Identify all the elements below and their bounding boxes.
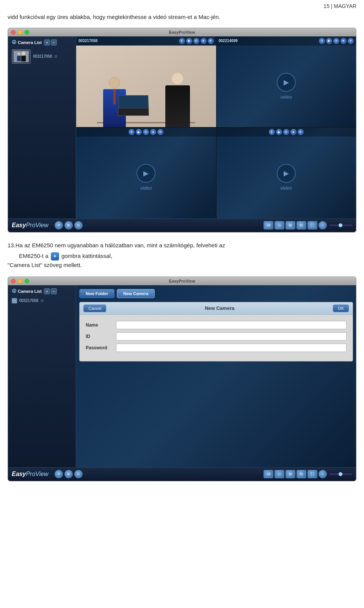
remove-camera-btn[interactable]: − [51,39,57,46]
ctrl-btn-play-1[interactable]: ▶ [326,38,332,44]
view-nine-btn-2[interactable]: ⊟ [297,470,306,478]
slider-track [329,225,352,226]
minimize-btn[interactable] [18,30,22,35]
play-circle-2: ▶ [136,164,155,183]
sidebar-1: ⦿ Camera List + − [8,36,76,218]
video-cell-2: ℹ ▶ ⊙ ● ✕ ▶ video [76,127,216,218]
ctrl-btn-f3-2[interactable]: ▶ [276,129,282,135]
window-title-2: EasyProView [169,279,195,283]
video-cell-3: ℹ ▶ ⊙ ● ✕ ▶ video [217,127,356,218]
view-all-btn[interactable]: All [264,221,273,229]
cell-footer-2: ℹ ▶ ⊙ ● ✕ [76,127,216,137]
language: MAGYAR [334,3,356,9]
camera-item-2[interactable]: − 003217058 ⊙ [9,297,74,305]
footer-search-btn-2[interactable]: ⊙ [74,470,83,478]
view-full-btn[interactable]: ⛶ [308,221,317,229]
field-name-label: Name [86,322,116,328]
footer-refresh-btn[interactable]: ↺ [55,221,63,229]
camera-id-label-2: 003217058 [19,299,38,303]
minimize-btn-2[interactable] [18,279,22,283]
paragraph-2: 13.Ha az EM6250 nem ugyanabban a hálózat… [0,236,364,273]
maximize-btn[interactable] [25,30,29,35]
cell-content-1: ▶ video [217,46,356,127]
ctrl-btn-rec[interactable]: ● [201,38,207,44]
ctrl-btn-close-1[interactable]: ✕ [348,38,354,44]
field-id: ID [86,332,347,341]
video-label-2: video [140,185,152,191]
ctrl-btn-f3-5[interactable]: ✕ [298,129,304,135]
new-camera-btn[interactable]: New Camera [117,289,155,298]
ctrl-btn-f2-4[interactable]: ● [150,129,156,135]
ctrl-btn-f3-3[interactable]: ⊙ [283,129,289,135]
camera-settings-icon-2[interactable]: ⊙ [41,299,44,303]
paragraph-2-line3: "Camera List" szöveg mellett. [8,261,356,270]
svg-rect-2 [17,56,21,61]
ctrl-btn-f3-1[interactable]: ℹ [269,129,275,135]
view-full-btn-2[interactable]: ⛶ [308,470,317,478]
ctrl-btn-f2-5[interactable]: ✕ [157,129,163,135]
footer-volume-btn[interactable]: ♪ [318,221,327,229]
field-password-input[interactable] [116,344,347,352]
ctrl-btn-play[interactable]: ▶ [186,38,192,44]
close-btn-2[interactable] [11,279,16,283]
cell-content-3: ▶ video [217,137,356,218]
footer-controls-1: ↺ ⊞ ⊙ [55,221,83,229]
plus-button-inline[interactable]: + [51,252,59,261]
ok-button[interactable]: OK [333,305,349,312]
logo-pro: Pro [26,222,35,228]
camera-list-label: Camera List [18,40,42,45]
sidebar-actions-2: + − [44,288,57,294]
maximize-btn-2[interactable] [25,279,29,283]
svg-point-1 [17,52,20,55]
play-circle-1: ▶ [277,73,296,92]
ctrl-btn-close[interactable]: ✕ [208,38,214,44]
titlebar-1: EasyProView [8,28,356,36]
ctrl-btn-snap[interactable]: ⊙ [193,38,199,44]
view-quad-btn-2[interactable]: ⊞ [286,470,295,478]
view-nine-btn[interactable]: ⊟ [297,221,306,229]
view-single-btn[interactable]: ▭ [275,221,284,229]
footer-layout-btn-2[interactable]: ⊞ [64,470,73,478]
ctrl-btn-f2-1[interactable]: ℹ [129,129,135,135]
ctrl-btn-snap-1[interactable]: ⊙ [333,38,339,44]
ctrl-btn-rec-1[interactable]: ● [340,38,347,44]
field-id-input[interactable] [116,332,347,341]
add-camera-btn-2[interactable]: + [44,288,50,294]
video-label-3: video [280,185,292,191]
close-btn[interactable] [11,30,16,35]
logo-easy: Easy [12,222,26,228]
view-quad-btn[interactable]: ⊞ [286,221,295,229]
video-placeholder-3: ▶ video [277,164,296,191]
ctrl-btn-f2-2[interactable]: ▶ [136,129,142,135]
paragraph-1: vidd funkcióval egy üres ablakba, hogy m… [0,11,364,24]
field-name-input[interactable] [116,321,347,329]
camera-item-1[interactable]: 003217058 ⊙ [9,48,74,65]
footer-volume-slider-2[interactable] [329,470,352,478]
cam-id-1: 002214099 [219,39,238,43]
para2-text3: gombra kattintással, [61,253,112,259]
new-folder-btn[interactable]: New Folder [79,289,115,298]
camera-list-label-2: Camera List [18,289,42,294]
ctrl-btn-info[interactable]: ℹ [179,38,185,44]
camera-settings-icon[interactable]: ⊙ [54,54,57,58]
footer-layout-btn[interactable]: ⊞ [64,221,73,229]
cancel-button[interactable]: Cancel [83,305,106,312]
field-name: Name [86,321,347,329]
ctrl-btn-f2-3[interactable]: ⊙ [143,129,149,135]
epv-content-1: ⦿ Camera List + − [8,36,356,218]
logo-easy-2: Easy [12,471,26,477]
ctrl-btn-f3-4[interactable]: ● [290,129,297,135]
cell-header-0: 003217058 ℹ ▶ ⊙ ● ✕ [76,36,216,46]
remove-camera-btn-2[interactable]: − [51,288,57,294]
footer-volume-slider[interactable] [329,221,352,229]
logo-view-2: View [35,471,48,477]
footer-search-btn[interactable]: ⊙ [74,221,83,229]
ctrl-btn-info-1[interactable]: ℹ [319,38,325,44]
view-single-btn-2[interactable]: ▭ [275,470,284,478]
laptop [118,95,149,116]
sidebar-2: ⦿ Camera List + − − 003217058 ⊙ [8,285,76,467]
view-all-btn-2[interactable]: All [264,470,273,478]
footer-volume-btn-2[interactable]: ♪ [318,470,327,478]
add-camera-btn[interactable]: + [44,39,50,46]
footer-refresh-btn-2[interactable]: ↺ [55,470,63,478]
